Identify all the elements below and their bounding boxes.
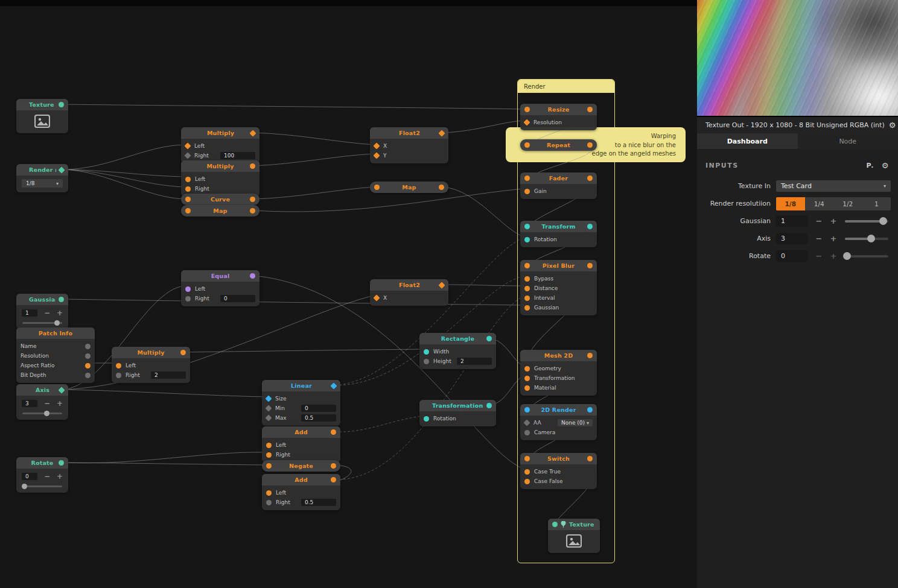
- slider-thumb[interactable]: [54, 320, 60, 326]
- value-field[interactable]: 0.5: [301, 414, 336, 422]
- texture-preview[interactable]: [697, 0, 898, 117]
- aa-dropdown[interactable]: None (0) ▾: [558, 419, 593, 426]
- input-port[interactable]: [524, 407, 530, 413]
- node-map-2[interactable]: Map: [370, 182, 448, 193]
- output-port[interactable]: [587, 263, 593, 268]
- node-pixel-blur[interactable]: Pixel Blur Bypass Distance Interval Gaus…: [520, 260, 597, 315]
- node-rectangle[interactable]: Rectangle Width Height 2: [419, 333, 496, 369]
- output-port[interactable]: [58, 166, 65, 173]
- input-port[interactable]: [524, 263, 530, 268]
- segment-1-2[interactable]: 1/2: [833, 197, 862, 210]
- input-port[interactable]: [185, 208, 191, 213]
- input-port[interactable]: [524, 479, 530, 484]
- segment-1[interactable]: 1: [862, 197, 891, 210]
- segment-1-8[interactable]: 1/8: [776, 197, 805, 210]
- input-port[interactable]: [524, 430, 530, 435]
- output-port[interactable]: [85, 373, 91, 378]
- axis-slider[interactable]: [845, 238, 888, 240]
- input-port[interactable]: [524, 175, 530, 181]
- input-port[interactable]: [524, 366, 530, 371]
- input-port[interactable]: [184, 152, 191, 159]
- input-port[interactable]: [524, 296, 530, 301]
- node-render-resolution[interactable]: Render resolut... 1/8 ▾: [16, 164, 68, 192]
- output-port[interactable]: [331, 463, 336, 469]
- input-port[interactable]: [185, 286, 191, 292]
- input-port[interactable]: [374, 185, 380, 190]
- input-port[interactable]: [266, 452, 272, 458]
- node-2d-render[interactable]: 2D Render AA None (0) ▾ Camera: [520, 404, 597, 440]
- plus-button[interactable]: +: [830, 251, 837, 261]
- output-port[interactable]: [250, 273, 255, 279]
- output-port[interactable]: [331, 477, 336, 482]
- node-axis[interactable]: Axis 3 − +: [16, 384, 68, 420]
- node-fader[interactable]: Fader Gain: [520, 172, 597, 199]
- node-texture-out[interactable]: Texture Out: [548, 519, 600, 553]
- output-port[interactable]: [439, 185, 444, 190]
- tab-node[interactable]: Node: [798, 133, 898, 149]
- value-slider[interactable]: [22, 485, 62, 487]
- plus-button[interactable]: +: [57, 473, 63, 479]
- input-port[interactable]: [185, 296, 191, 302]
- minus-button[interactable]: −: [816, 234, 823, 243]
- input-port[interactable]: [266, 500, 272, 505]
- value-field[interactable]: 1: [776, 215, 807, 227]
- slider-thumb[interactable]: [843, 252, 851, 260]
- input-port[interactable]: [116, 363, 121, 368]
- input-port[interactable]: [265, 405, 272, 411]
- input-port[interactable]: [424, 359, 429, 364]
- node-mesh-2d[interactable]: Mesh 2D Geometry Transformation Material: [520, 350, 597, 396]
- value-field[interactable]: 3: [22, 400, 37, 407]
- value-slider[interactable]: [22, 322, 62, 324]
- node-switch[interactable]: Switch Case True Case False: [520, 453, 597, 489]
- input-port[interactable]: [373, 142, 380, 149]
- input-port[interactable]: [116, 373, 121, 378]
- node-resize[interactable]: Resize Resolution: [520, 104, 597, 130]
- output-port[interactable]: [587, 142, 593, 148]
- node-add-1[interactable]: Add Left Right: [262, 426, 340, 463]
- output-port[interactable]: [180, 350, 186, 355]
- value-field[interactable]: 3: [776, 233, 807, 244]
- node-repeat[interactable]: Repeat: [520, 139, 597, 151]
- input-port[interactable]: [524, 469, 530, 475]
- output-port[interactable]: [331, 429, 336, 435]
- segment-1-4[interactable]: 1/4: [805, 197, 834, 210]
- render-group-header[interactable]: Render: [518, 80, 614, 93]
- input-port[interactable]: [373, 152, 380, 159]
- input-port[interactable]: [185, 186, 191, 192]
- value-slider[interactable]: [22, 413, 62, 414]
- input-port[interactable]: [185, 197, 191, 202]
- node-transformation-2d[interactable]: Transformation 2D Rotation: [419, 400, 496, 426]
- value-field[interactable]: 0: [220, 295, 255, 302]
- node-patch-info[interactable]: Patch Info Name Resolution Aspect Ratio …: [16, 327, 95, 383]
- output-port[interactable]: [59, 297, 64, 302]
- minus-button[interactable]: −: [816, 251, 823, 261]
- node-transform[interactable]: Transform Rotation: [520, 221, 597, 247]
- node-add-2[interactable]: Add Left Right 0.5: [262, 474, 340, 510]
- node-float2-a[interactable]: Float2 X Y: [370, 127, 448, 163]
- input-port[interactable]: [185, 177, 191, 182]
- output-port[interactable]: [59, 102, 64, 107]
- output-port[interactable]: [249, 130, 256, 136]
- input-port[interactable]: [266, 463, 272, 469]
- input-port[interactable]: [373, 294, 380, 301]
- output-port[interactable]: [85, 344, 91, 349]
- input-port[interactable]: [524, 189, 530, 194]
- input-port[interactable]: [266, 490, 272, 496]
- input-port[interactable]: [524, 224, 530, 229]
- value-field[interactable]: 100: [220, 152, 255, 159]
- node-texture-in[interactable]: Texture In: [16, 99, 68, 133]
- input-port[interactable]: [524, 456, 530, 461]
- input-port[interactable]: [524, 107, 530, 112]
- output-port[interactable]: [587, 353, 593, 358]
- output-port[interactable]: [587, 107, 593, 112]
- gear-icon[interactable]: ⚙: [889, 121, 896, 130]
- texture-in-dropdown[interactable]: Test Card ▾: [776, 180, 891, 192]
- plus-button[interactable]: +: [830, 234, 837, 243]
- value-field[interactable]: 2: [457, 358, 492, 365]
- plus-button[interactable]: +: [830, 217, 837, 226]
- output-port[interactable]: [486, 403, 492, 408]
- output-port[interactable]: [438, 282, 445, 288]
- output-port[interactable]: [587, 175, 593, 181]
- input-port[interactable]: [265, 395, 272, 402]
- input-port[interactable]: [424, 416, 429, 422]
